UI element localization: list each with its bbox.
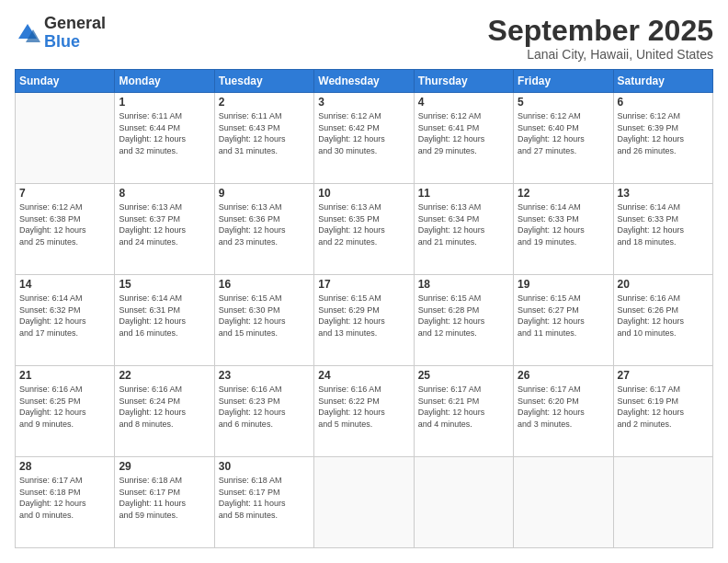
day-info: Sunrise: 6:16 AM Sunset: 6:25 PM Dayligh… [19, 384, 110, 430]
weekday-header: Monday [115, 70, 214, 93]
calendar-cell [16, 93, 115, 184]
day-info: Sunrise: 6:12 AM Sunset: 6:38 PM Dayligh… [19, 201, 110, 247]
day-number: 16 [219, 278, 310, 291]
calendar-cell: 7Sunrise: 6:12 AM Sunset: 6:38 PM Daylig… [16, 184, 115, 275]
calendar-cell: 16Sunrise: 6:15 AM Sunset: 6:30 PM Dayli… [214, 275, 313, 366]
day-number: 22 [119, 369, 210, 382]
title-block: September 2025 Lanai City, Hawaii, Unite… [488, 15, 713, 62]
day-info: Sunrise: 6:15 AM Sunset: 6:30 PM Dayligh… [219, 293, 310, 339]
weekday-header: Tuesday [214, 70, 313, 93]
day-info: Sunrise: 6:13 AM Sunset: 6:35 PM Dayligh… [318, 201, 409, 247]
calendar-cell: 8Sunrise: 6:13 AM Sunset: 6:37 PM Daylig… [115, 184, 214, 275]
calendar-cell: 9Sunrise: 6:13 AM Sunset: 6:36 PM Daylig… [214, 184, 313, 275]
calendar-cell: 13Sunrise: 6:14 AM Sunset: 6:33 PM Dayli… [613, 184, 712, 275]
day-info: Sunrise: 6:17 AM Sunset: 6:19 PM Dayligh… [618, 384, 709, 430]
calendar-cell: 14Sunrise: 6:14 AM Sunset: 6:32 PM Dayli… [16, 275, 115, 366]
month-title: September 2025 [488, 15, 713, 47]
calendar-cell: 3Sunrise: 6:12 AM Sunset: 6:42 PM Daylig… [314, 93, 414, 184]
day-info: Sunrise: 6:11 AM Sunset: 6:43 PM Dayligh… [219, 110, 310, 156]
day-number: 29 [119, 460, 210, 473]
day-number: 12 [518, 187, 609, 200]
day-info: Sunrise: 6:12 AM Sunset: 6:39 PM Dayligh… [618, 110, 709, 156]
weekday-header: Saturday [613, 70, 712, 93]
weekday-header: Thursday [414, 70, 513, 93]
calendar-row: 1Sunrise: 6:11 AM Sunset: 6:44 PM Daylig… [16, 93, 713, 184]
day-info: Sunrise: 6:17 AM Sunset: 6:20 PM Dayligh… [518, 384, 609, 430]
day-info: Sunrise: 6:16 AM Sunset: 6:23 PM Dayligh… [219, 384, 310, 430]
calendar-cell: 11Sunrise: 6:13 AM Sunset: 6:34 PM Dayli… [414, 184, 513, 275]
day-info: Sunrise: 6:14 AM Sunset: 6:33 PM Dayligh… [518, 201, 609, 247]
weekday-header: Wednesday [314, 70, 414, 93]
day-info: Sunrise: 6:15 AM Sunset: 6:28 PM Dayligh… [418, 293, 509, 339]
calendar-cell [314, 457, 414, 548]
day-number: 13 [618, 187, 709, 200]
calendar-row: 14Sunrise: 6:14 AM Sunset: 6:32 PM Dayli… [16, 275, 713, 366]
day-info: Sunrise: 6:13 AM Sunset: 6:36 PM Dayligh… [219, 201, 310, 247]
calendar-cell: 27Sunrise: 6:17 AM Sunset: 6:19 PM Dayli… [613, 366, 712, 457]
calendar-cell: 20Sunrise: 6:16 AM Sunset: 6:26 PM Dayli… [613, 275, 712, 366]
calendar-cell: 25Sunrise: 6:17 AM Sunset: 6:21 PM Dayli… [414, 366, 513, 457]
calendar-cell: 29Sunrise: 6:18 AM Sunset: 6:17 PM Dayli… [115, 457, 214, 548]
logo-text: General Blue [44, 15, 106, 52]
calendar-cell: 2Sunrise: 6:11 AM Sunset: 6:43 PM Daylig… [214, 93, 313, 184]
day-info: Sunrise: 6:17 AM Sunset: 6:21 PM Dayligh… [418, 384, 509, 430]
day-info: Sunrise: 6:18 AM Sunset: 6:17 PM Dayligh… [219, 475, 310, 521]
day-info: Sunrise: 6:16 AM Sunset: 6:22 PM Dayligh… [318, 384, 409, 430]
logo-icon [15, 20, 40, 46]
day-number: 14 [19, 278, 110, 291]
calendar-cell: 18Sunrise: 6:15 AM Sunset: 6:28 PM Dayli… [414, 275, 513, 366]
calendar-row: 28Sunrise: 6:17 AM Sunset: 6:18 PM Dayli… [16, 457, 713, 548]
day-info: Sunrise: 6:15 AM Sunset: 6:27 PM Dayligh… [518, 293, 609, 339]
day-info: Sunrise: 6:11 AM Sunset: 6:44 PM Dayligh… [119, 110, 210, 156]
calendar: SundayMondayTuesdayWednesdayThursdayFrid… [15, 69, 713, 548]
day-info: Sunrise: 6:13 AM Sunset: 6:34 PM Dayligh… [418, 201, 509, 247]
calendar-cell: 21Sunrise: 6:16 AM Sunset: 6:25 PM Dayli… [16, 366, 115, 457]
day-number: 26 [518, 369, 609, 382]
calendar-cell: 12Sunrise: 6:14 AM Sunset: 6:33 PM Dayli… [514, 184, 613, 275]
day-number: 18 [418, 278, 509, 291]
day-number: 30 [219, 460, 310, 473]
day-info: Sunrise: 6:13 AM Sunset: 6:37 PM Dayligh… [119, 201, 210, 247]
day-info: Sunrise: 6:18 AM Sunset: 6:17 PM Dayligh… [119, 475, 210, 521]
calendar-cell: 30Sunrise: 6:18 AM Sunset: 6:17 PM Dayli… [214, 457, 313, 548]
location-subtitle: Lanai City, Hawaii, United States [488, 47, 713, 62]
day-info: Sunrise: 6:14 AM Sunset: 6:31 PM Dayligh… [119, 293, 210, 339]
header: General Blue September 2025 Lanai City, … [15, 15, 713, 62]
calendar-cell: 23Sunrise: 6:16 AM Sunset: 6:23 PM Dayli… [214, 366, 313, 457]
day-number: 21 [19, 369, 110, 382]
day-number: 2 [219, 96, 310, 109]
day-number: 8 [119, 187, 210, 200]
calendar-header-row: SundayMondayTuesdayWednesdayThursdayFrid… [16, 70, 713, 93]
calendar-cell [613, 457, 712, 548]
logo-general: General [44, 14, 106, 32]
calendar-cell: 6Sunrise: 6:12 AM Sunset: 6:39 PM Daylig… [613, 93, 712, 184]
day-number: 17 [318, 278, 409, 291]
calendar-row: 21Sunrise: 6:16 AM Sunset: 6:25 PM Dayli… [16, 366, 713, 457]
page: General Blue September 2025 Lanai City, … [0, 0, 728, 563]
calendar-cell [414, 457, 513, 548]
day-info: Sunrise: 6:15 AM Sunset: 6:29 PM Dayligh… [318, 293, 409, 339]
day-info: Sunrise: 6:17 AM Sunset: 6:18 PM Dayligh… [19, 475, 110, 521]
day-number: 11 [418, 187, 509, 200]
calendar-cell: 10Sunrise: 6:13 AM Sunset: 6:35 PM Dayli… [314, 184, 414, 275]
day-number: 25 [418, 369, 509, 382]
day-number: 20 [618, 278, 709, 291]
day-info: Sunrise: 6:16 AM Sunset: 6:26 PM Dayligh… [618, 293, 709, 339]
day-number: 28 [19, 460, 110, 473]
weekday-header: Sunday [16, 70, 115, 93]
calendar-row: 7Sunrise: 6:12 AM Sunset: 6:38 PM Daylig… [16, 184, 713, 275]
day-info: Sunrise: 6:16 AM Sunset: 6:24 PM Dayligh… [119, 384, 210, 430]
calendar-cell: 19Sunrise: 6:15 AM Sunset: 6:27 PM Dayli… [514, 275, 613, 366]
day-number: 7 [19, 187, 110, 200]
day-info: Sunrise: 6:14 AM Sunset: 6:32 PM Dayligh… [19, 293, 110, 339]
day-number: 15 [119, 278, 210, 291]
calendar-cell: 26Sunrise: 6:17 AM Sunset: 6:20 PM Dayli… [514, 366, 613, 457]
calendar-cell: 24Sunrise: 6:16 AM Sunset: 6:22 PM Dayli… [314, 366, 414, 457]
day-number: 1 [119, 96, 210, 109]
day-info: Sunrise: 6:12 AM Sunset: 6:41 PM Dayligh… [418, 110, 509, 156]
day-number: 3 [318, 96, 409, 109]
day-number: 27 [618, 369, 709, 382]
day-number: 9 [219, 187, 310, 200]
logo-blue: Blue [44, 32, 80, 51]
calendar-cell: 28Sunrise: 6:17 AM Sunset: 6:18 PM Dayli… [16, 457, 115, 548]
